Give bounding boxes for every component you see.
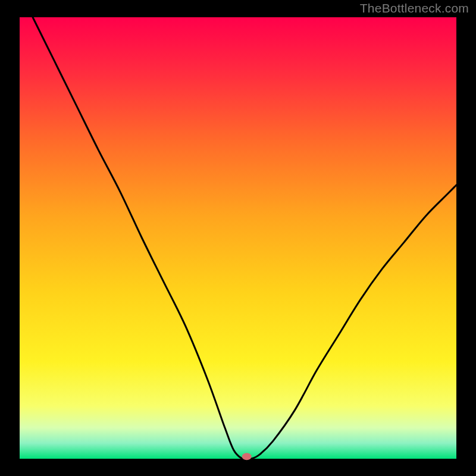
plot-background [20, 17, 456, 459]
current-config-marker [242, 453, 252, 460]
watermark-text: TheBottleneck.com [360, 1, 469, 15]
chart-stage: TheBottleneck.com [0, 0, 476, 476]
bottleneck-chart [0, 0, 476, 476]
